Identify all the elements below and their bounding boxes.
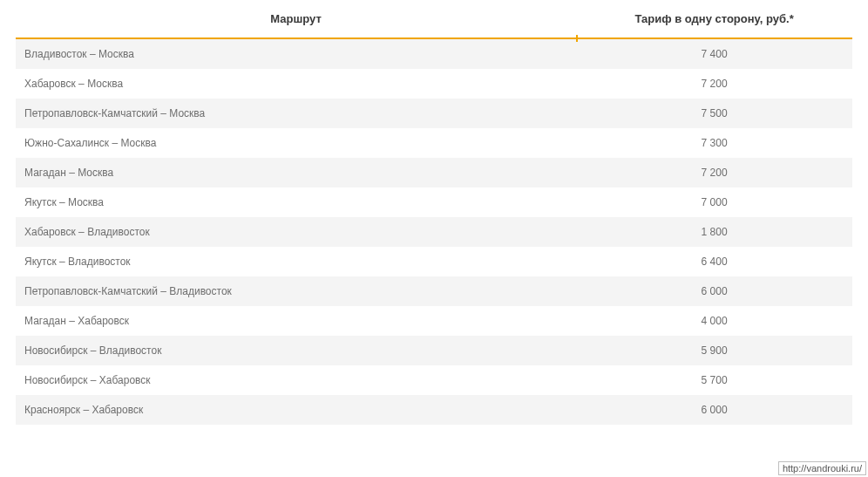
cell-price: 6 400 (576, 247, 852, 276)
fare-table: Маршрут Тариф в одну сторону, руб.* (16, 0, 852, 37)
cell-route: Новосибирск – Хабаровск (16, 365, 576, 395)
cell-price: 6 000 (576, 276, 852, 306)
table-row: Петропавловск-Камчатский – Владивосток 6… (16, 276, 852, 306)
table-row: Красноярск – Хабаровск 6 000 (16, 395, 852, 425)
cell-price: 7 200 (576, 158, 852, 187)
cell-route: Южно-Сахалинск – Москва (16, 128, 576, 158)
table-header-row: Маршрут Тариф в одну сторону, руб.* (16, 0, 852, 37)
cell-price: 5 900 (576, 336, 852, 365)
table-body: Владивосток – Москва 7 400 Хабаровск – М… (16, 39, 852, 425)
header-route: Маршрут (16, 0, 576, 37)
table-row: Хабаровск – Москва 7 200 (16, 69, 852, 99)
table-row: Магадан – Москва 7 200 (16, 158, 852, 187)
cell-price: 1 800 (576, 217, 852, 247)
table-row: Магадан – Хабаровск 4 000 (16, 306, 852, 336)
cell-price: 7 400 (576, 39, 852, 69)
table-row: Владивосток – Москва 7 400 (16, 39, 852, 69)
table-row: Новосибирск – Хабаровск 5 700 (16, 365, 852, 395)
fare-table-body: Владивосток – Москва 7 400 Хабаровск – М… (16, 39, 852, 425)
cell-price: 7 300 (576, 128, 852, 158)
cell-price: 7 000 (576, 187, 852, 217)
cell-route: Якутск – Москва (16, 187, 576, 217)
cell-route: Хабаровск – Москва (16, 69, 576, 99)
table-row: Хабаровск – Владивосток 1 800 (16, 217, 852, 247)
cell-route: Якутск – Владивосток (16, 247, 576, 276)
table-row: Якутск – Москва 7 000 (16, 187, 852, 217)
cell-route: Петропавловск-Камчатский – Владивосток (16, 276, 576, 306)
cell-route: Магадан – Москва (16, 158, 576, 187)
watermark: http://vandrouki.ru/ (778, 461, 866, 475)
cell-route: Красноярск – Хабаровск (16, 395, 576, 425)
table-row: Якутск – Владивосток 6 400 (16, 247, 852, 276)
header-price: Тариф в одну сторону, руб.* (576, 0, 852, 37)
cell-route: Петропавловск-Камчатский – Москва (16, 99, 576, 128)
cell-price: 6 000 (576, 395, 852, 425)
cell-price: 7 200 (576, 69, 852, 99)
cell-route: Новосибирск – Владивосток (16, 336, 576, 365)
cell-price: 4 000 (576, 306, 852, 336)
cell-price: 5 700 (576, 365, 852, 395)
cell-price: 7 500 (576, 99, 852, 128)
cell-route: Владивосток – Москва (16, 39, 576, 69)
header-divider (16, 37, 852, 39)
table-row: Южно-Сахалинск – Москва 7 300 (16, 128, 852, 158)
cell-route: Магадан – Хабаровск (16, 306, 576, 336)
table-row: Новосибирск – Владивосток 5 900 (16, 336, 852, 365)
table-row: Петропавловск-Камчатский – Москва 7 500 (16, 99, 852, 128)
cell-route: Хабаровск – Владивосток (16, 217, 576, 247)
